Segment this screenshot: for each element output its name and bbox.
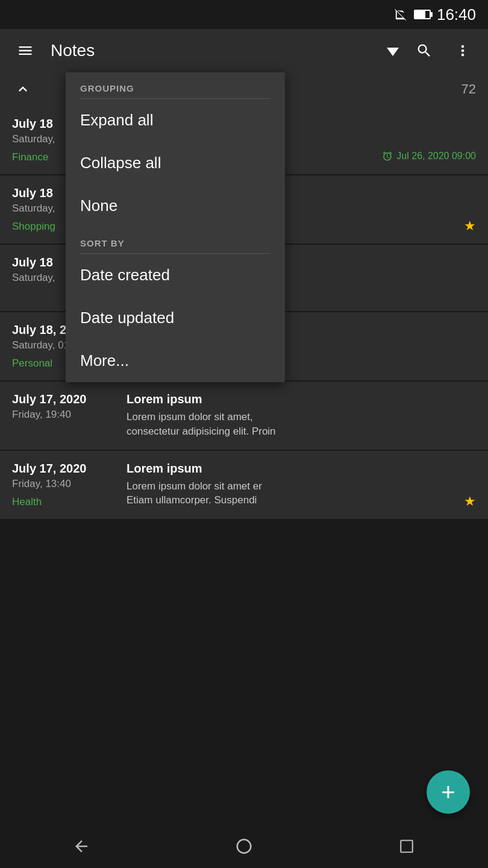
none-item[interactable]: None: [66, 184, 285, 227]
home-icon: [235, 837, 253, 855]
status-time: 16:40: [437, 5, 476, 24]
fab-plus-icon: +: [441, 780, 455, 804]
svg-rect-1: [401, 840, 413, 852]
expand-all-item[interactable]: Expand all: [66, 99, 285, 142]
nav-bar: [0, 825, 488, 868]
no-sim-icon: [395, 8, 408, 21]
star-icon-2: ★: [464, 218, 476, 234]
note-preview-6: Lorem ipsum dolor sit amet erEtiam ullam…: [127, 479, 476, 508]
note-card-5[interactable]: July 17, 2020 Friday, 19:40 Lorem ipsum …: [0, 382, 488, 450]
dropdown-menu: GROUPING Expand all Collapse all None SO…: [66, 72, 285, 382]
reminder-chip-1: Jul 26, 2020 09:00: [382, 151, 476, 162]
battery-icon: [414, 10, 431, 19]
note-date-sub-6: Friday, 13:40: [12, 478, 114, 490]
note-card-6[interactable]: July 17, 2020 Friday, 13:40 Health Lorem…: [0, 451, 488, 519]
note-date-main-6: July 17, 2020: [12, 462, 114, 476]
more-button[interactable]: [449, 37, 476, 64]
grouping-label: GROUPING: [66, 72, 285, 98]
note-date-sub-5: Friday, 19:40: [12, 409, 114, 421]
note-title-5: Lorem ipsum: [127, 392, 476, 406]
svg-point-0: [237, 840, 251, 854]
note-date-main-5: July 17, 2020: [12, 392, 114, 406]
collapse-button[interactable]: [12, 78, 34, 100]
back-icon: [72, 837, 90, 855]
note-date-left-6: July 17, 2020 Friday, 13:40 Health: [12, 462, 114, 508]
notes-count: 72: [461, 81, 476, 97]
recent-icon: [399, 838, 414, 854]
app-bar: Notes: [0, 29, 488, 72]
collapse-all-item[interactable]: Collapse all: [66, 142, 285, 184]
note-content-6: Lorem ipsum Lorem ipsum dolor sit amet e…: [127, 462, 476, 508]
more-icon: [454, 42, 471, 59]
status-bar: 16:40: [0, 0, 488, 29]
note-preview-5: Lorem ipsum dolor sit amet,consectetur a…: [127, 410, 476, 439]
alarm-icon-1: [382, 151, 393, 162]
more-item[interactable]: More...: [66, 339, 285, 382]
recent-button[interactable]: [389, 828, 425, 864]
note-title-6: Lorem ipsum: [127, 462, 476, 476]
note-date-left-5: July 17, 2020 Friday, 19:40: [12, 392, 114, 439]
chevron-up-icon: [14, 81, 31, 98]
note-tag-6: Health: [12, 496, 114, 508]
back-button[interactable]: [63, 828, 99, 864]
star-icon-6: ★: [464, 494, 476, 509]
dropdown-indicator: [387, 48, 399, 56]
hamburger-button[interactable]: [12, 37, 39, 64]
app-title: Notes: [51, 41, 381, 60]
date-created-item[interactable]: Date created: [66, 254, 285, 297]
note-content-5: Lorem ipsum Lorem ipsum dolor sit amet,c…: [127, 392, 476, 439]
fab-button[interactable]: +: [427, 770, 470, 814]
home-button[interactable]: [226, 828, 262, 864]
search-icon: [416, 42, 433, 59]
date-updated-item[interactable]: Date updated: [66, 297, 285, 339]
status-icons: 16:40: [395, 5, 476, 24]
search-button[interactable]: [411, 37, 437, 64]
sort-by-label: SORT BY: [66, 227, 285, 253]
hamburger-icon: [17, 42, 34, 59]
reminder-date-1: Jul 26, 2020 09:00: [396, 151, 476, 162]
